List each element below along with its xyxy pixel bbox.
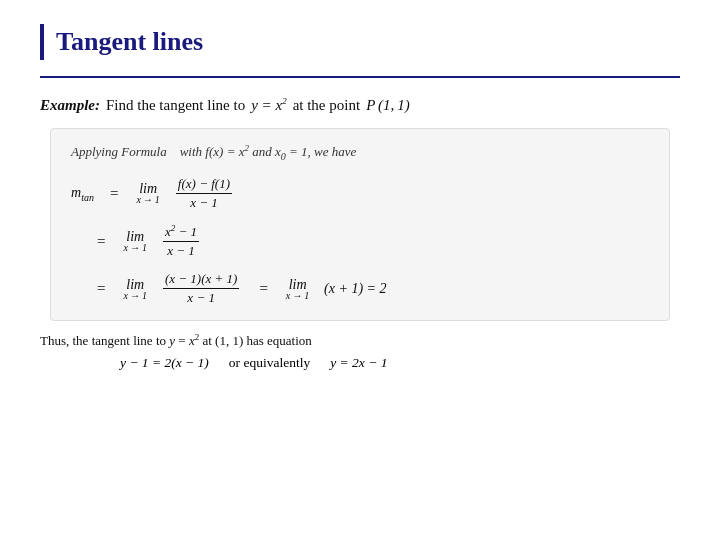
thus-text: Thus, the tangent line to y = x2 at (1, … (40, 333, 312, 348)
equals-3: = (97, 280, 105, 297)
lim-block-1: lim x → 1 (134, 181, 161, 205)
math-row-1: mtan = lim x → 1 f(x) − f(1) x − 1 (71, 176, 645, 211)
equals-2: = (97, 233, 105, 250)
title-accent-bar (40, 24, 44, 60)
fraction-1: f(x) − f(1) x − 1 (176, 176, 232, 211)
title-bar: Tangent lines (40, 24, 680, 60)
example-point: P (1, 1) (366, 97, 410, 114)
solution-box: Applying Formula with f(x) = x2 and x0 =… (50, 128, 670, 321)
lim-block-3: lim x → 1 (121, 277, 148, 301)
fraction-2: x2 − 1 x − 1 (163, 223, 199, 259)
or-equivalently: or equivalently (229, 355, 310, 371)
example-text: Find the tangent line to (106, 97, 245, 114)
equation-2: y = 2x − 1 (330, 355, 387, 371)
example-function: y = x2 (251, 96, 286, 114)
lim-block-2: lim x → 1 (121, 229, 148, 253)
applying-formula-with: with f(x) = x2 and x0 = 1, we have (170, 144, 356, 159)
slide-title: Tangent lines (56, 27, 203, 57)
example-label: Example: (40, 97, 100, 114)
math-derivation: mtan = lim x → 1 f(x) − f(1) x − 1 = (71, 176, 645, 306)
final-equations: y − 1 = 2(x − 1) or equivalently y = 2x … (40, 355, 680, 371)
applying-formula-row: Applying Formula with f(x) = x2 and x0 =… (71, 143, 645, 162)
applying-formula-label: Applying Formula (71, 144, 167, 159)
final-expression: (x + 1) = 2 (321, 281, 386, 297)
equation-1: y − 1 = 2(x − 1) (120, 355, 209, 371)
math-row-3: = lim x → 1 (x − 1)(x + 1) x − 1 = lim x… (71, 271, 645, 306)
lim-block-4: lim x → 1 (284, 277, 311, 301)
equals-4: = (259, 280, 267, 297)
thus-line: Thus, the tangent line to y = x2 at (1, … (40, 331, 680, 348)
math-row-2: = lim x → 1 x2 − 1 x − 1 (71, 223, 645, 259)
equals-1: = (110, 185, 118, 202)
example-at-point: at the point (293, 97, 361, 114)
mtan-lhs: mtan (71, 185, 94, 203)
fraction-3: (x − 1)(x + 1) x − 1 (163, 271, 239, 306)
example-line: Example: Find the tangent line to y = x2… (40, 96, 680, 114)
slide: Tangent lines Example: Find the tangent … (0, 0, 720, 540)
title-divider (40, 76, 680, 78)
